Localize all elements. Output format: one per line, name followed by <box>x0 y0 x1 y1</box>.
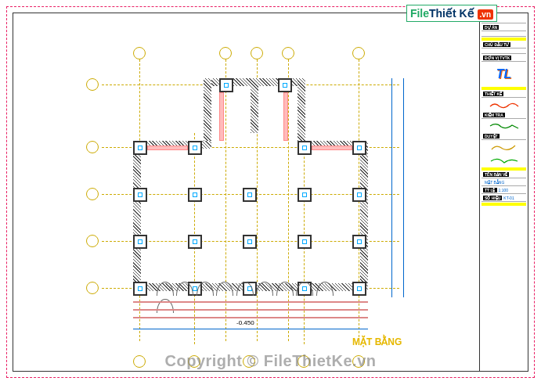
drawing-title: MẶT BẰNG <box>352 336 402 347</box>
tb-project-row: DỰ ÁN <box>481 24 526 31</box>
column <box>133 235 147 249</box>
arch-icon <box>157 282 174 296</box>
tb-owner-val <box>481 49 526 54</box>
column <box>352 188 366 202</box>
tb-divider-3 <box>481 167 526 171</box>
grid-bubble-5 <box>86 282 99 294</box>
column <box>352 235 366 249</box>
column <box>188 235 202 249</box>
beam <box>147 146 188 150</box>
signature-1 <box>481 99 526 111</box>
beam <box>312 146 352 150</box>
column <box>133 188 147 202</box>
tb-drawing-name: MẶT BẰNG <box>481 179 526 186</box>
grid-bubble-3 <box>86 188 99 200</box>
grid-bubble-e <box>352 47 365 59</box>
grid-bubble-d <box>282 47 294 59</box>
tb-checker-row: KIỂM TRA <box>481 112 526 119</box>
arch-icon <box>276 282 294 296</box>
elevation-marker: -0.450 <box>235 319 256 326</box>
column <box>243 235 257 249</box>
grid-bubble-2 <box>86 141 99 153</box>
column <box>298 141 312 155</box>
signature-4 <box>481 154 526 167</box>
grid-line <box>288 59 289 341</box>
grid-bubble-c <box>251 47 263 59</box>
logo-part-vn: .vn <box>478 9 493 20</box>
wall <box>298 78 305 147</box>
arch-icon <box>316 282 334 296</box>
tb-divider-2 <box>481 87 526 90</box>
tb-owner-label: CHỦ ĐẦU TƯ <box>483 42 510 47</box>
arch-icon <box>296 282 313 296</box>
company-logo: TL <box>481 63 526 86</box>
column <box>219 78 233 92</box>
wall <box>360 141 368 290</box>
signature-3 <box>481 141 526 153</box>
terrace-line <box>133 301 368 303</box>
arch-icon <box>216 282 233 296</box>
grid-line <box>225 59 226 341</box>
tb-divider <box>481 38 526 41</box>
column <box>133 282 147 296</box>
drawing-area[interactable]: -0.450 MẶT BẰNG <box>23 23 446 360</box>
tb-sheet-row: SỐ HIỆU KT-01 <box>481 195 526 202</box>
arch-icon <box>197 282 214 296</box>
arch-openings <box>157 282 344 297</box>
arch-icon <box>236 282 254 296</box>
column <box>133 141 147 155</box>
tb-owner-row: CHỦ ĐẦU TƯ <box>481 41 526 49</box>
column <box>188 188 202 202</box>
column <box>298 235 312 249</box>
tb-approver-row: DUYỆT <box>481 133 526 140</box>
grid-bubble-4 <box>86 235 99 247</box>
dimension-line <box>133 329 368 329</box>
grid-bubble-1 <box>86 78 99 91</box>
cad-canvas: FileThiết Kế .vn · DỰ ÁN CHỦ ĐẦU TƯ ĐƠN … <box>0 0 541 392</box>
floor-plan: -0.450 <box>102 70 399 352</box>
tb-scale-row: TỶ LỆ 1:100 <box>481 187 526 194</box>
tb-divider-4 <box>481 203 526 206</box>
column <box>243 188 257 202</box>
tb-consultant-label: ĐƠN VỊ TVTK <box>483 56 511 60</box>
column <box>188 141 202 155</box>
tb-designer-row: THIẾT KẾ <box>481 91 526 98</box>
logo-part-file: File <box>410 7 429 20</box>
arch-icon <box>256 282 273 296</box>
arch-icon <box>176 282 193 296</box>
wall <box>251 78 258 133</box>
grid-bubble-a <box>133 47 146 59</box>
copyright-watermark: Copyright © FileThietKe.vn <box>0 352 541 370</box>
title-block: · DỰ ÁN CHỦ ĐẦU TƯ ĐƠN VỊ TVTK TL THIẾT … <box>479 13 528 371</box>
terrace-line <box>133 317 368 318</box>
dimension-line <box>391 78 392 297</box>
grid-bubble-b <box>219 47 232 59</box>
tb-project-val <box>481 32 526 37</box>
column <box>278 78 292 92</box>
beam <box>283 92 288 141</box>
wall <box>204 78 211 147</box>
tb-consultant-row: ĐƠN VỊ TVTK <box>481 55 526 62</box>
site-watermark-logo: FileThiết Kế .vn <box>406 5 497 22</box>
tb-drawing-row: TÊN BẢN VẼ <box>481 171 526 178</box>
signature-2 <box>481 120 526 132</box>
terrace-line <box>133 309 368 311</box>
column <box>352 141 366 155</box>
column <box>298 188 312 202</box>
beam <box>219 92 224 141</box>
column <box>352 282 366 296</box>
dimension-line <box>403 78 404 297</box>
logo-part-thietke: Thiết Kế <box>429 7 474 20</box>
wall <box>133 141 141 290</box>
tb-project-label: DỰ ÁN <box>483 25 499 30</box>
